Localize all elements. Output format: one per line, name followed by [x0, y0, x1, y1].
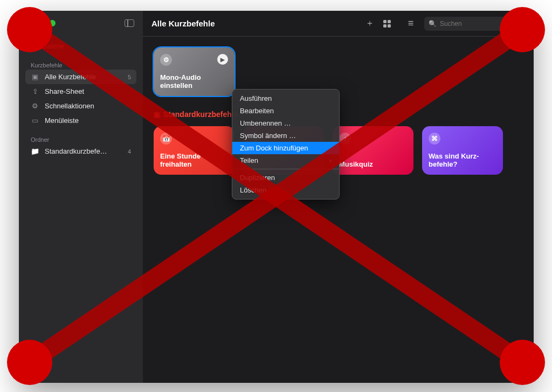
context-menu: Ausführen Bearbeiten Umbenennen … Symbol… — [232, 89, 340, 200]
sidebar-item-menubar[interactable]: Menüleiste — [25, 113, 136, 128]
settings-icon: ⚙ — [160, 54, 172, 66]
window-controls — [25, 16, 136, 30]
shortcut-card-mono-audio[interactable]: ⚙ Mono-Audio einstellen — [154, 47, 234, 96]
sidebar-item-label: Standardkurzbefe… — [45, 147, 107, 155]
grid-icon — [31, 42, 37, 50]
card-label: Mono-Audio einstellen — [160, 73, 228, 90]
ctx-change-icon[interactable]: Symbol ändern … — [232, 129, 339, 142]
sidebar-item-label: Schnellaktionen — [45, 102, 94, 110]
sidebar-section-shortcuts: Kurzbefehle — [25, 61, 136, 70]
sidebar: Galerie Kurzbefehle Alle Kurzbefehle 5 S… — [19, 11, 143, 383]
folder-icon — [31, 147, 39, 155]
shortcut-card-whatare[interactable]: ⌘ Was sind Kurz­befehle? — [422, 126, 503, 175]
share-icon — [31, 87, 39, 95]
ctx-delete[interactable]: Löschen … — [232, 184, 339, 196]
fullscreen-window-icon[interactable] — [49, 20, 56, 26]
list-view-button[interactable] — [404, 18, 418, 29]
shortcut-card-musicquiz[interactable]: ♪ Musikquiz — [333, 126, 413, 175]
box-icon — [31, 73, 39, 81]
add-button[interactable] — [363, 18, 377, 29]
minimize-window-icon[interactable] — [38, 20, 45, 26]
chevron-right-icon — [329, 156, 332, 164]
ctx-run[interactable]: Ausführen — [232, 92, 339, 105]
sidebar-section-folders: Ordner — [25, 135, 136, 144]
sidebar-item-label: Alle Kurzbefehle — [45, 73, 96, 81]
sidebar-item-sharesheet[interactable]: Share-Sheet — [25, 84, 136, 99]
sidebar-toggle-icon[interactable] — [125, 19, 134, 27]
titlebar: Alle Kurzbefehle — [143, 11, 534, 37]
search-input[interactable] — [440, 20, 521, 27]
card-label: Was sind Kurz­befehle? — [429, 152, 496, 168]
gear-icon — [31, 102, 39, 110]
sidebar-item-count: 5 — [128, 74, 131, 80]
cards-row-top: ⚙ Mono-Audio einstellen — [154, 47, 523, 96]
calendar-icon: 📅 — [160, 133, 172, 145]
card-label: Eine Stunde freihalten — [160, 152, 228, 168]
search-field[interactable] — [424, 17, 525, 31]
ctx-add-to-dock[interactable]: Zum Dock hinzufügen — [232, 142, 339, 154]
shortcut-card-hour-free[interactable]: 📅 Eine Stunde freihalten — [154, 126, 234, 175]
play-icon[interactable] — [217, 54, 228, 65]
ctx-rename[interactable]: Umbenennen … — [232, 117, 339, 129]
sidebar-folder-standard[interactable]: Standardkurzbefe… 4 — [25, 144, 136, 159]
ctx-separator — [232, 169, 339, 169]
sidebar-item-quickactions[interactable]: Schnellaktionen — [25, 99, 136, 113]
ctx-share[interactable]: Teilen — [232, 154, 339, 167]
ctx-edit[interactable]: Bearbeiten — [232, 105, 339, 117]
sidebar-gallery[interactable]: Galerie — [25, 39, 136, 53]
sidebar-item-all[interactable]: Alle Kurzbefehle 5 — [25, 70, 136, 84]
card-label: Musikquiz — [339, 160, 407, 168]
sidebar-item-label: Share-Sheet — [45, 87, 84, 95]
music-icon: ♪ — [339, 133, 351, 145]
ctx-duplicate[interactable]: Duplizieren — [232, 171, 339, 184]
grid-view-button[interactable] — [383, 20, 397, 27]
close-window-icon[interactable] — [27, 20, 34, 26]
menubar-icon — [31, 116, 39, 125]
page-title: Alle Kurzbefehle — [151, 19, 356, 28]
shortcuts-icon: ⌘ — [429, 133, 440, 145]
gallery-label: Galerie — [42, 42, 64, 50]
sidebar-item-count: 4 — [128, 148, 131, 155]
sidebar-item-label: Menüleiste — [45, 116, 79, 125]
app-window: Galerie Kurzbefehle Alle Kurzbefehle 5 S… — [19, 11, 534, 383]
